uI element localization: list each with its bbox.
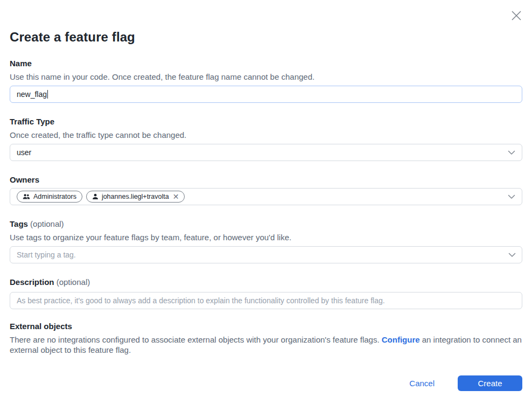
tags-optional-text: (optional)	[30, 219, 64, 228]
name-label: Name	[10, 58, 522, 69]
external-objects-text-before: There are no integrations configured to …	[10, 335, 382, 344]
tags-label-text: Tags	[10, 219, 28, 228]
chevron-down-icon	[508, 192, 515, 201]
tags-select-wrapper	[10, 246, 522, 263]
close-button[interactable]	[508, 8, 524, 24]
name-input[interactable]: new_flag	[10, 86, 522, 103]
name-help-text: Use this name in your code. Once created…	[10, 72, 522, 82]
owner-chip-label: johannes.liegl+travolta	[102, 193, 169, 200]
tags-help-text: Use tags to organize your feature flags …	[10, 232, 522, 243]
tags-input[interactable]	[10, 246, 522, 263]
description-optional-text: (optional)	[57, 277, 90, 287]
description-input[interactable]	[10, 292, 522, 309]
owner-chip-user[interactable]: johannes.liegl+travolta ✕	[86, 191, 185, 203]
create-feature-flag-modal: Create a feature flag Name Use this name…	[0, 0, 532, 411]
create-button[interactable]: Create	[458, 375, 522, 391]
description-label-text: Description	[10, 277, 54, 287]
person-icon	[92, 193, 99, 200]
cancel-button[interactable]: Cancel	[401, 375, 443, 391]
description-label: Description (optional)	[10, 277, 522, 288]
owner-chip-label: Administrators	[33, 193, 76, 200]
external-objects-text: There are no integrations configured to …	[10, 335, 522, 355]
configure-link[interactable]: Configure	[382, 335, 420, 344]
owners-multiselect[interactable]: Administrators johannes.liegl+travolta ✕	[10, 188, 522, 205]
owners-field-group: Owners Administrators	[10, 175, 522, 205]
name-input-value: new_flag	[17, 90, 47, 99]
description-field-group: Description (optional)	[10, 277, 522, 309]
modal-footer: Cancel Create	[10, 375, 522, 391]
owner-chip-administrators[interactable]: Administrators	[17, 191, 82, 203]
owners-label: Owners	[10, 175, 522, 185]
text-caret	[47, 90, 48, 99]
traffic-type-select[interactable]: user	[10, 144, 522, 161]
traffic-type-label: Traffic Type	[10, 116, 522, 127]
name-field-group: Name Use this name in your code. Once cr…	[10, 58, 522, 103]
close-icon	[510, 10, 522, 22]
traffic-type-help-text: Once created, the traffic type cannot be…	[10, 130, 522, 141]
tags-field-group: Tags (optional) Use tags to organize you…	[10, 219, 522, 263]
external-objects-group: External objects There are no integratio…	[10, 321, 522, 355]
chevron-down-icon	[508, 148, 515, 157]
traffic-type-field-group: Traffic Type Once created, the traffic t…	[10, 116, 522, 161]
group-icon	[23, 193, 30, 200]
tags-label: Tags (optional)	[10, 219, 522, 229]
external-objects-label: External objects	[10, 321, 522, 332]
remove-owner-icon[interactable]: ✕	[173, 193, 179, 200]
page-title: Create a feature flag	[10, 29, 522, 45]
owners-chip-list: Administrators johannes.liegl+travolta ✕	[17, 191, 500, 203]
traffic-type-selected-value: user	[17, 148, 31, 157]
